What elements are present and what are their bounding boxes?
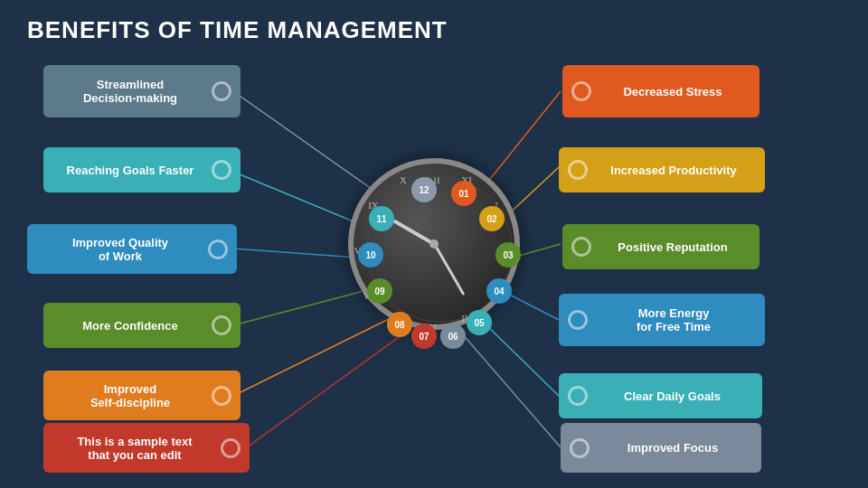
num-badge-07: 07 bbox=[411, 324, 437, 349]
svg-text:X: X bbox=[400, 174, 407, 185]
num-badge-01: 01 bbox=[451, 181, 476, 206]
card-increased-productivity-circle bbox=[568, 160, 588, 180]
card-clear-daily-circle bbox=[568, 386, 588, 406]
card-decreased-stress-label: Decreased Stress bbox=[599, 85, 747, 99]
card-decreased-stress-circle bbox=[571, 81, 591, 101]
card-improved-focus-circle bbox=[570, 438, 590, 458]
card-improved-focus: Improved Focus bbox=[561, 423, 761, 473]
card-more-confidence-circle bbox=[212, 315, 231, 335]
card-reaching-goals-label: Reaching Goals Faster bbox=[56, 164, 204, 177]
num-badge-10: 10 bbox=[358, 242, 383, 267]
num-badge-11: 11 bbox=[369, 206, 394, 231]
center-dot bbox=[429, 239, 439, 249]
card-increased-productivity: Increased Productivity bbox=[559, 147, 765, 192]
card-more-energy-label: More Energyfor Free Time bbox=[595, 306, 752, 333]
card-clear-daily: Clear Daily Goals bbox=[559, 373, 762, 418]
num-badge-12: 12 bbox=[411, 177, 437, 202]
page-title: BENEFITS OF TIME MANAGEMENT bbox=[27, 16, 448, 44]
card-more-energy: More Energyfor Free Time bbox=[559, 294, 765, 346]
card-streamlined-circle bbox=[212, 81, 231, 101]
card-positive-reputation: Positive Reputation bbox=[562, 224, 760, 269]
card-reaching-goals-circle bbox=[212, 160, 231, 180]
num-badge-08: 08 bbox=[387, 312, 412, 337]
card-clear-daily-label: Clear Daily Goals bbox=[595, 389, 750, 403]
svg-line-2 bbox=[233, 249, 357, 258]
card-improved-self-circle bbox=[212, 386, 231, 406]
num-badge-06: 06 bbox=[440, 324, 466, 349]
card-more-confidence-label: More Confidence bbox=[56, 319, 204, 333]
card-decreased-stress: Decreased Stress bbox=[562, 65, 760, 117]
card-improved-quality-circle bbox=[208, 239, 228, 259]
card-streamlined-label: StreamlinedDecision-making bbox=[56, 78, 204, 105]
card-more-confidence: More Confidence bbox=[43, 303, 241, 348]
card-improved-self-label: ImprovedSelf-discipline bbox=[56, 382, 204, 409]
card-improved-focus-label: Improved Focus bbox=[597, 441, 749, 455]
svg-line-11 bbox=[461, 333, 561, 447]
card-increased-productivity-label: Increased Productivity bbox=[595, 164, 752, 177]
card-streamlined: StreamlinedDecision-making bbox=[43, 65, 241, 117]
card-more-energy-circle bbox=[568, 310, 588, 330]
card-improved-quality: Improved Qualityof Work bbox=[27, 224, 237, 274]
num-badge-02: 02 bbox=[479, 206, 505, 231]
card-improved-self: ImprovedSelf-discipline bbox=[43, 371, 241, 420]
card-sample-text: This is a sample textthat you can edit bbox=[43, 423, 250, 473]
card-sample-text-label: This is a sample textthat you can edit bbox=[56, 435, 213, 462]
card-positive-reputation-label: Positive Reputation bbox=[599, 240, 747, 254]
card-reaching-goals: Reaching Goals Faster bbox=[43, 147, 241, 192]
card-positive-reputation-circle bbox=[571, 237, 591, 257]
card-sample-text-circle bbox=[221, 438, 241, 458]
num-badge-05: 05 bbox=[467, 310, 492, 335]
num-badge-09: 09 bbox=[367, 278, 392, 304]
num-badge-03: 03 bbox=[495, 242, 521, 267]
card-improved-quality-label: Improved Qualityof Work bbox=[40, 236, 201, 263]
num-badge-04: 04 bbox=[486, 278, 512, 304]
svg-line-5 bbox=[247, 330, 409, 447]
